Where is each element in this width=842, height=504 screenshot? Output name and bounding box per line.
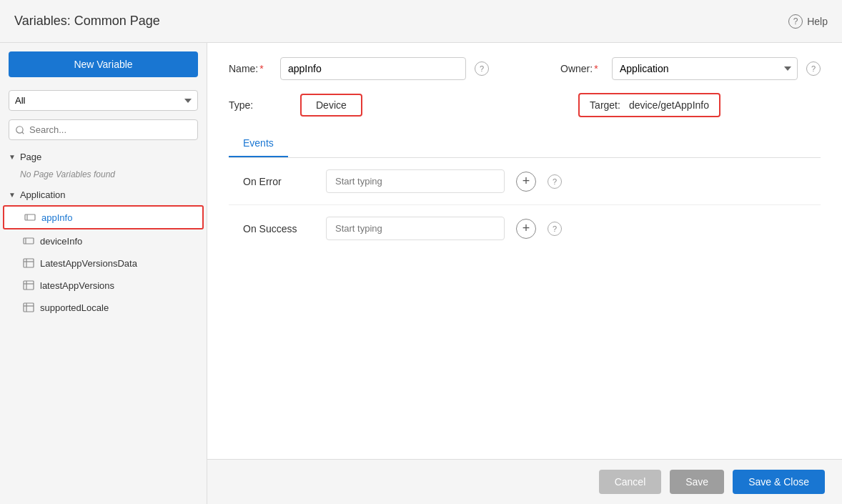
tab-events[interactable]: Events [229, 130, 288, 157]
owner-help-icon[interactable]: ? [806, 61, 821, 76]
sidebar-item-label-appinfo: appInfo [41, 212, 72, 223]
on-success-input[interactable] [326, 217, 505, 240]
page-section: ▼ Page No Page Variables found [0, 147, 207, 182]
page-section-label: Page [20, 152, 41, 162]
chevron-down-icon: ▼ [9, 153, 16, 161]
application-section-header[interactable]: ▼ Application [0, 185, 207, 204]
no-page-vars-text: No Page Variables found [0, 167, 207, 182]
name-help-icon[interactable]: ? [475, 61, 489, 76]
page-title: Variables: Common Page [14, 14, 160, 29]
sidebar-list: ▼ Page No Page Variables found ▼ Applica… [0, 144, 207, 504]
save-button[interactable]: Save [670, 470, 724, 494]
type-label: Type: [229, 99, 272, 111]
sidebar-item-label-latestappversionsdata: LatestAppVersionsData [40, 258, 137, 269]
events-table: On Error + ? On Success + ? [229, 158, 821, 252]
name-label: Name:* [229, 63, 272, 74]
on-success-help-icon[interactable]: ? [548, 222, 562, 236]
event-label-on-success: On Success [243, 223, 314, 234]
sidebar-item-latestappversions[interactable]: latestAppVersions [3, 275, 204, 296]
sidebar-item-appinfo[interactable]: appInfo [3, 205, 204, 229]
event-label-on-error: On Error [243, 176, 314, 187]
variable-icon-supportedlocale [23, 302, 34, 313]
svg-rect-6 [24, 259, 34, 267]
target-value: device/getAppInfo [629, 99, 709, 111]
target-box: Target: device/getAppInfo [578, 93, 720, 117]
sidebar-item-label-latestappversions: latestAppVersions [40, 280, 114, 291]
svg-rect-4 [24, 238, 34, 244]
svg-rect-12 [24, 303, 34, 312]
event-row-on-success: On Success + ? [229, 205, 821, 252]
search-input[interactable] [29, 124, 192, 135]
cancel-button[interactable]: Cancel [599, 470, 662, 494]
target-label: Target: [590, 99, 620, 111]
svg-point-0 [16, 126, 23, 132]
filter-select[interactable]: All [9, 90, 198, 111]
variable-icon-deviceinfo [23, 235, 34, 247]
on-error-help-icon[interactable]: ? [548, 174, 562, 189]
new-variable-button[interactable]: New Variable [9, 51, 198, 77]
name-required-star: * [259, 63, 263, 74]
event-row-on-error: On Error + ? [229, 158, 821, 205]
sidebar-item-deviceinfo[interactable]: deviceInfo [3, 230, 204, 252]
variable-icon-appinfo [24, 212, 36, 223]
sidebar-item-label-deviceinfo: deviceInfo [40, 236, 82, 247]
type-button[interactable]: Device [300, 94, 362, 117]
sidebar-item-latestappversionsdata[interactable]: LatestAppVersionsData [3, 252, 204, 274]
name-input[interactable] [280, 57, 466, 80]
svg-rect-2 [25, 214, 35, 220]
sidebar-item-supportedlocale[interactable]: supportedLocale [3, 297, 204, 318]
help-label: Help [807, 16, 828, 27]
search-icon [15, 125, 25, 135]
on-success-add-button[interactable]: + [516, 219, 536, 239]
variable-icon-latestappversions [23, 280, 34, 291]
save-close-button[interactable]: Save & Close [733, 470, 825, 494]
help-button[interactable]: ? Help [788, 14, 828, 29]
sidebar-item-label-supportedlocale: supportedLocale [40, 302, 109, 313]
owner-required-star: * [594, 63, 598, 74]
variable-icon-latestappversionsdata [23, 257, 34, 269]
on-error-add-button[interactable]: + [516, 172, 536, 192]
svg-line-1 [22, 132, 24, 134]
chevron-down-icon-app: ▼ [9, 191, 16, 199]
search-wrapper [9, 119, 198, 140]
help-circle-icon: ? [788, 14, 803, 29]
svg-rect-9 [24, 281, 34, 290]
on-error-input[interactable] [326, 169, 505, 193]
owner-select[interactable]: Application [612, 57, 798, 80]
application-section: ▼ Application appInfo [0, 185, 207, 318]
application-section-label: Application [20, 189, 66, 200]
owner-label: Owner:* [560, 63, 603, 74]
footer: Cancel Save Save & Close [207, 459, 842, 504]
page-section-header[interactable]: ▼ Page [0, 147, 207, 167]
tabs-row: Events [229, 130, 821, 158]
